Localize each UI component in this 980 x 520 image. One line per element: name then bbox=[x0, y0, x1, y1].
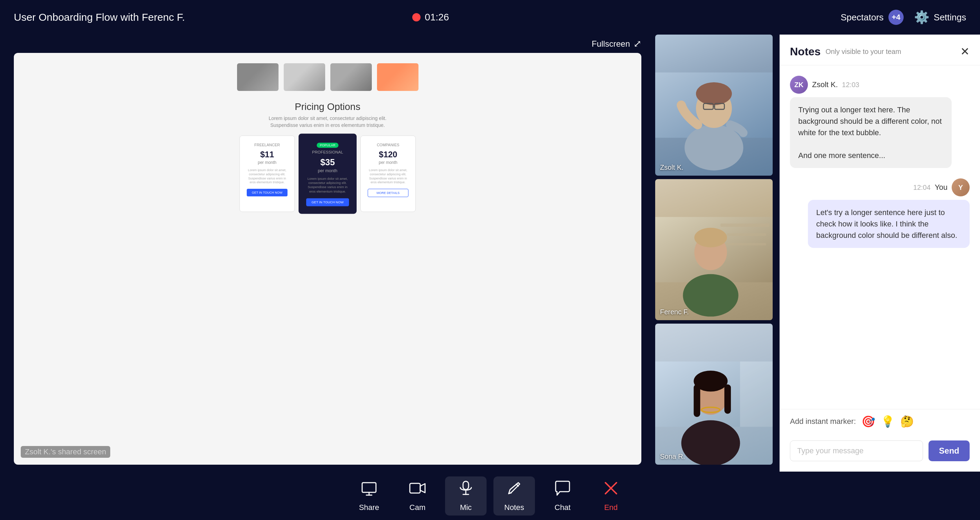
video-area: Fullscreen ⤢ Pricing Options Lorem ipsum… bbox=[0, 35, 655, 472]
video-name-ferenc: Ferenc F. bbox=[660, 308, 689, 316]
notes-button[interactable]: Notes bbox=[493, 477, 535, 515]
pricing-section: Pricing Options Lorem ipsum dolor sit am… bbox=[24, 101, 631, 212]
instant-markers: Add instant marker: 🎯 💡 🤔 bbox=[780, 409, 980, 434]
svg-rect-29 bbox=[463, 481, 469, 490]
video-feed-ferenc: Ferenc F. bbox=[655, 179, 773, 320]
plan-freelancer: FREELANCER $11 per month Lorem ipsum dol… bbox=[239, 136, 295, 212]
featured-badge: POPULAR bbox=[317, 143, 338, 148]
plan-name: FREELANCER bbox=[247, 143, 288, 147]
video-name-zsolt: Zsolt K. bbox=[660, 164, 684, 171]
settings-button[interactable]: ⚙️ Settings bbox=[914, 10, 966, 24]
mic-button[interactable]: Mic bbox=[445, 477, 487, 515]
marker-bulb[interactable]: 💡 bbox=[881, 415, 895, 428]
svg-point-12 bbox=[683, 274, 738, 317]
end-icon bbox=[603, 480, 619, 500]
markers-label: Add instant marker: bbox=[790, 417, 856, 426]
chat-button[interactable]: Chat bbox=[542, 477, 583, 515]
end-button[interactable]: End bbox=[590, 477, 632, 515]
video-feed-zsolt: Zsolt K. bbox=[655, 35, 773, 175]
marker-thinking[interactable]: 🤔 bbox=[900, 415, 914, 428]
preview-image-1 bbox=[237, 63, 278, 91]
header: User Onboarding Flow with Ferenc F. 01:2… bbox=[0, 0, 980, 35]
message-input[interactable] bbox=[790, 440, 923, 461]
sona-video-svg bbox=[655, 324, 773, 465]
svg-point-18 bbox=[681, 420, 740, 465]
svg-rect-23 bbox=[724, 384, 731, 414]
website-preview: Pricing Options Lorem ipsum dolor sit am… bbox=[14, 53, 641, 465]
avatar-initials: ZK bbox=[794, 81, 804, 89]
share-icon bbox=[361, 480, 377, 500]
video-feeds: Zsolt K. bbox=[655, 35, 780, 472]
message-right: Let's try a longer sentence here just to… bbox=[790, 200, 970, 248]
notes-header: Notes Only visible to your team ✕ bbox=[780, 35, 980, 65]
spectators-button[interactable]: Spectators +4 bbox=[841, 10, 904, 25]
message-time: 12:03 bbox=[842, 81, 859, 89]
plan-companies: COMPANIES $120 per month Lorem ipsum dol… bbox=[360, 136, 416, 212]
avatar-you: Y bbox=[952, 179, 970, 196]
recording-time: 01:26 bbox=[425, 12, 449, 23]
plan-price: $11 bbox=[247, 150, 288, 160]
message-input-area: Send bbox=[780, 434, 980, 472]
session-title: User Onboarding Flow with Ferenc F. bbox=[14, 11, 405, 23]
settings-label: Settings bbox=[934, 12, 966, 23]
svg-point-1 bbox=[684, 125, 743, 171]
svg-point-15 bbox=[694, 228, 727, 247]
cam-button[interactable]: Cam bbox=[397, 477, 438, 515]
chat-icon bbox=[554, 480, 571, 500]
share-button[interactable]: Share bbox=[348, 477, 390, 515]
spectators-label: Spectators bbox=[841, 12, 884, 23]
message-group-you: 12:04 You Y Let's try a longer sentence … bbox=[790, 179, 970, 248]
notes-title: Notes bbox=[790, 45, 821, 58]
zsolt-video-svg bbox=[655, 35, 773, 175]
preview-image-4 bbox=[377, 63, 418, 91]
message-sender: Zsolt K. bbox=[812, 80, 838, 89]
plan-desc: Lorem ipsum dolor sit amet, consectetur … bbox=[247, 168, 288, 185]
message-time-you: 12:04 bbox=[913, 183, 931, 191]
svg-rect-25 bbox=[362, 483, 376, 492]
plan-cta[interactable]: MORE DETAILS bbox=[368, 189, 409, 197]
fullscreen-button[interactable]: Fullscreen ⤢ bbox=[14, 35, 641, 53]
svg-point-4 bbox=[696, 82, 732, 105]
shared-screen: Pricing Options Lorem ipsum dolor sit am… bbox=[14, 53, 641, 465]
svg-rect-22 bbox=[694, 384, 700, 417]
ferenc-video-svg bbox=[655, 179, 773, 320]
end-label: End bbox=[604, 503, 617, 512]
chat-label: Chat bbox=[555, 503, 571, 512]
plan-name: COMPANIES bbox=[368, 143, 409, 147]
svg-line-32 bbox=[516, 484, 518, 486]
plan-cta[interactable]: GET IN TOUCH NOW bbox=[306, 198, 349, 206]
plan-cta[interactable]: GET IN TOUCH NOW bbox=[247, 189, 288, 196]
recording-dot bbox=[412, 13, 420, 21]
plan-desc: Lorem ipsum dolor sit amet, consectetur … bbox=[368, 168, 409, 185]
preview-image-2 bbox=[284, 63, 325, 91]
main-content: Fullscreen ⤢ Pricing Options Lorem ipsum… bbox=[0, 35, 980, 472]
plan-period: per month bbox=[306, 168, 349, 173]
pricing-subtitle: Lorem ipsum dolor sit amet, consectetur … bbox=[24, 115, 631, 129]
share-label: Share bbox=[359, 503, 379, 512]
message-bubble-you: Let's try a longer sentence here just to… bbox=[808, 200, 970, 248]
preview-image-3 bbox=[330, 63, 372, 91]
marker-target[interactable]: 🎯 bbox=[861, 415, 875, 428]
mic-label: Mic bbox=[460, 503, 472, 512]
notes-icon bbox=[506, 480, 522, 500]
plan-price: $120 bbox=[368, 150, 409, 160]
svg-rect-10 bbox=[727, 233, 766, 236]
send-button[interactable]: Send bbox=[929, 440, 970, 461]
svg-rect-11 bbox=[724, 243, 766, 246]
svg-rect-28 bbox=[410, 483, 420, 493]
pricing-cards: FREELANCER $11 per month Lorem ipsum dol… bbox=[24, 136, 631, 212]
plan-professional: POPULAR PROFESSIONAL $35 per month Lorem… bbox=[299, 134, 356, 214]
plan-price: $35 bbox=[306, 157, 349, 167]
notes-label: Notes bbox=[504, 503, 524, 512]
message-bubble-zsolt: Trying out a longer text here. The backg… bbox=[790, 97, 952, 168]
cam-label: Cam bbox=[409, 503, 425, 512]
avatar-initials-you: Y bbox=[958, 183, 963, 191]
recording-indicator: 01:26 bbox=[412, 12, 449, 23]
notes-close-button[interactable]: ✕ bbox=[960, 45, 970, 58]
message-meta-you: 12:04 You Y bbox=[790, 179, 970, 196]
fullscreen-icon: ⤢ bbox=[633, 38, 641, 49]
message-group-zsolt: ZK Zsolt K. 12:03 Trying out a longer te… bbox=[790, 76, 970, 168]
svg-rect-17 bbox=[740, 362, 773, 427]
message-meta-zsolt: ZK Zsolt K. 12:03 bbox=[790, 76, 970, 94]
preview-images bbox=[237, 63, 418, 91]
